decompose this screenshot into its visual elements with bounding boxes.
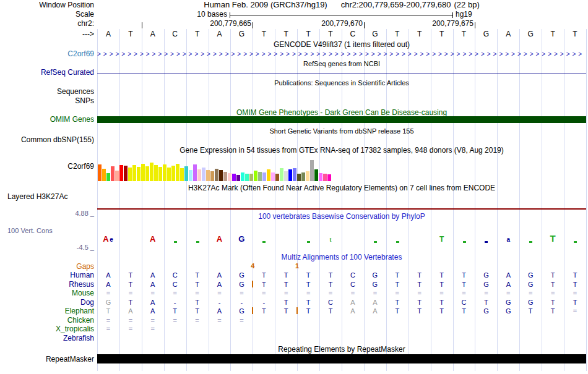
phylop-track-label[interactable]: 100 Vert. Cons [0, 227, 94, 234]
alignment-base: T [462, 307, 466, 315]
alignment-base: T [128, 281, 132, 288]
alignment-base: = [284, 289, 288, 297]
gtex-tissue-bar [267, 169, 270, 181]
alignment-base: = [506, 289, 510, 297]
sequence-base: A [150, 30, 155, 38]
gtex-tissue-bar [171, 166, 175, 181]
ruler-coordinate: 200,779,675 [432, 20, 473, 27]
alignment-base: = [484, 289, 488, 297]
alignment-base: T [195, 281, 199, 288]
species-label-dog[interactable]: Dog [0, 299, 94, 306]
gtex-tissue-bar [145, 166, 149, 181]
alignment-base: = [551, 289, 555, 297]
alignment-base: = [106, 289, 110, 297]
h3k27ac-track-label[interactable]: Layered H3K27Ac [0, 193, 94, 200]
alignment-base: G [483, 307, 489, 315]
species-label-x_tropicalis[interactable]: X_tropicalis [0, 325, 94, 333]
omim-genes-label[interactable]: OMIM Genes [0, 116, 94, 123]
gtex-gene-label[interactable]: C2orf69 [0, 163, 94, 170]
alignment-base: A [217, 271, 222, 279]
gtex-tissue-bar [184, 166, 188, 181]
alignment-base: A [506, 271, 511, 279]
species-label-chicken[interactable]: Chicken [0, 317, 94, 324]
alignment-base: C [462, 299, 467, 306]
gtex-tissue-bar [293, 168, 296, 181]
gtex-tissue-bar [111, 166, 115, 181]
alignment-base: T [551, 281, 555, 288]
gtex-tissue-bar [327, 174, 331, 181]
gtex-tissue-bar [301, 172, 305, 181]
species-label-human[interactable]: Human [0, 271, 94, 279]
gtex-tissue-bar [154, 165, 158, 181]
phylop-tick [463, 241, 466, 243]
phylop-glyph: T [550, 234, 556, 243]
gtex-tissue-bar [271, 172, 275, 181]
refseq-gene-line[interactable] [97, 74, 586, 74]
repeatmasker-track-title: Repeating Elements by RepeatMasker [97, 346, 586, 353]
alignment-base: A [373, 299, 377, 306]
alignment-base: = [129, 325, 132, 333]
publications-snps-label[interactable]: SNPs [0, 97, 94, 104]
alignment-base: T [395, 281, 399, 288]
species-label-zebrafish[interactable]: Zebrafish [0, 334, 94, 342]
alignment-base: T [262, 271, 266, 279]
alignment-base: A [106, 281, 110, 288]
sequence-base: A [506, 30, 511, 38]
alignment-base: A [150, 281, 155, 288]
species-label-mouse[interactable]: Mouse [0, 289, 94, 297]
phylop-tick [174, 241, 177, 243]
gtex-tissue-bar [128, 168, 132, 181]
alignment-base: C [328, 299, 333, 306]
gtex-tissue-bar [297, 174, 301, 181]
omim-gene-bar[interactable] [97, 116, 586, 123]
repeatmasker-element-bar[interactable] [97, 354, 586, 363]
sequence-base: G [483, 30, 489, 38]
alignment-base: = [262, 289, 266, 297]
gtex-tissue-bar [102, 169, 106, 181]
alignment-base: T [262, 281, 266, 288]
ruler-coordinate: 200,779,665 [210, 20, 251, 27]
species-label-rhesus[interactable]: Rhesus [0, 281, 94, 288]
gap-count: 1 [295, 263, 299, 270]
gtex-tissue-bar [180, 168, 184, 181]
sequence-base: C [172, 30, 178, 38]
gencode-track-title: GENCODE V49lift37 (1 items filtered out) [97, 41, 586, 48]
gtex-tissue-bar [249, 174, 253, 181]
species-label-elephant[interactable]: Elephant [0, 307, 94, 315]
dbsnp-track-label[interactable]: Common dbSNP(155) [0, 136, 94, 143]
alignment-base: T [417, 299, 422, 306]
sequence-base: T [328, 30, 332, 38]
alignment-base: T [573, 281, 577, 288]
gtex-tissue-bar [223, 172, 227, 181]
phylop-tick [196, 241, 199, 243]
alignment-base: C [350, 281, 355, 288]
gtex-tissue-bar [232, 174, 236, 181]
multiz-track-title: Multiz Alignments of 100 Vertebrates [97, 253, 586, 261]
phylop-tick [574, 241, 577, 243]
refseq-curated-label[interactable]: RefSeq Curated [0, 69, 94, 76]
ruler-tick [253, 22, 253, 28]
gencode-gene-label[interactable]: C2orf69 [0, 50, 94, 57]
sequence-base: T [550, 30, 555, 38]
alignment-base: = [351, 289, 355, 297]
alignment-base: A [506, 281, 511, 288]
alignment-base: = [373, 289, 377, 297]
alignment-base: T [395, 307, 399, 315]
alignment-base: T [439, 271, 444, 279]
omim-track-title: OMIM Gene Phenotypes - Dark Green Can Be… [97, 109, 586, 116]
alignment-base: = [439, 289, 443, 297]
scale-bar [230, 12, 453, 18]
alignment-base: A [217, 281, 222, 288]
strand-arrow-label: ---> [0, 30, 94, 38]
gtex-tissue-bar [141, 164, 145, 181]
gtex-tissue-bar [288, 169, 292, 181]
gtex-tissue-bar [98, 164, 102, 181]
alignment-base: T [306, 299, 311, 306]
publications-sequences-label[interactable]: Sequences [0, 88, 94, 95]
alignment-base: = [529, 289, 532, 297]
alignment-base: C [350, 271, 355, 279]
alignment-base: T [439, 307, 444, 315]
gtex-tissue-bar [245, 174, 249, 181]
gencode-gene-arrows[interactable]: >>>>>>>>>>>>>>>>>>>>>>>>>>>>>>>>>>>>>>>>… [97, 51, 586, 57]
repeatmasker-track-label[interactable]: RepeatMasker [0, 355, 94, 363]
